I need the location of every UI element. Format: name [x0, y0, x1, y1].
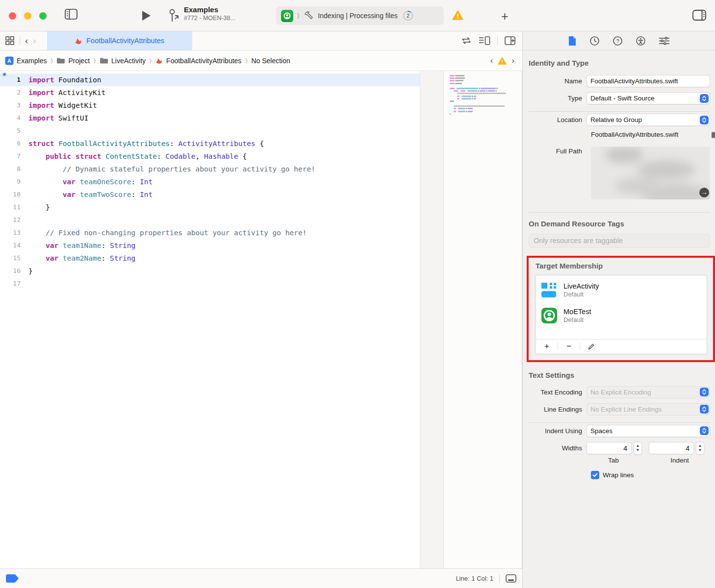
wrap-lines-checkbox[interactable]	[591, 471, 599, 479]
tab-width-field[interactable]: 4	[587, 442, 632, 454]
help-inspector-icon[interactable]: ?	[613, 36, 623, 46]
line-number[interactable]: 2	[0, 86, 28, 99]
zoom-window-button[interactable]	[39, 12, 47, 20]
goto-arrow-icon[interactable]: →	[699, 188, 709, 197]
line-number[interactable]: 4	[0, 112, 28, 124]
code-editor[interactable]: 1import Foundation2import ActivityKit3im…	[0, 71, 420, 568]
line-number[interactable]: 13	[0, 226, 28, 239]
code-line-11[interactable]: 11 }	[0, 201, 420, 214]
line-number[interactable]: 5	[0, 124, 28, 137]
code-text[interactable]: var teamOneScore: Int	[28, 175, 153, 188]
scheme-name[interactable]: Examples	[184, 5, 235, 15]
indent-width-field[interactable]: 4	[649, 442, 694, 454]
code-line-10[interactable]: 10 var teamTwoScore: Int	[0, 188, 420, 201]
back-chevron-icon[interactable]: ‹	[490, 56, 493, 66]
code-text[interactable]: var team1Name: String	[28, 239, 135, 252]
disclosure-stepper-icon[interactable]	[700, 94, 709, 103]
add-button[interactable]: +	[501, 9, 509, 24]
code-line-17[interactable]: 17	[0, 277, 420, 290]
code-line-14[interactable]: 14 var team1Name: String	[0, 239, 420, 252]
code-line-3[interactable]: 3import WidgetKit	[0, 99, 420, 112]
line-number[interactable]: 3	[0, 99, 28, 112]
sidebar-toggle-icon[interactable]	[65, 9, 77, 20]
attributes-inspector-icon[interactable]	[659, 36, 670, 46]
activity-status[interactable]: 〉 Indexing | Processing files 2	[276, 6, 444, 25]
code-text[interactable]: import Foundation	[28, 74, 101, 86]
line-number[interactable]: 11	[0, 201, 28, 214]
code-text[interactable]: var team2Name: String	[28, 252, 135, 265]
text-encoding-dropdown[interactable]: No Explicit Encoding	[587, 386, 710, 398]
editor-layout-icon[interactable]	[506, 574, 516, 583]
code-text[interactable]: import ActivityKit	[28, 86, 105, 99]
target-row-liveactivity[interactable]: LiveActivityDefault	[536, 277, 707, 303]
warning-icon[interactable]	[498, 57, 507, 65]
code-line-12[interactable]: 12	[0, 214, 420, 226]
file-inspector-icon[interactable]	[568, 36, 577, 46]
code-line-16[interactable]: 16}	[0, 265, 420, 277]
breadcrumb-item-footballactivityattributes[interactable]: FootballActivityAttributes	[155, 57, 241, 65]
edit-pencil-button[interactable]	[580, 340, 602, 354]
line-number[interactable]: 7	[0, 150, 28, 163]
code-line-5[interactable]: 5	[0, 124, 420, 137]
progress-count-badge[interactable]: 2	[403, 10, 413, 21]
code-text[interactable]: var teamTwoScore: Int	[28, 188, 153, 201]
add-editor-icon[interactable]	[505, 36, 515, 45]
disclosure-stepper-icon[interactable]	[700, 388, 709, 396]
code-line-4[interactable]: 4import SwiftUI	[0, 112, 420, 124]
forward-chevron-icon[interactable]: ›	[511, 56, 514, 66]
history-inspector-icon[interactable]	[589, 36, 600, 46]
breadcrumb-item-examples[interactable]: AExamples	[5, 56, 47, 65]
code-line-6[interactable]: 6struct FootballActivityAttributes: Acti…	[0, 137, 420, 150]
plus-button[interactable]: +	[536, 340, 558, 354]
line-number[interactable]: 8	[0, 163, 28, 175]
minimap[interactable]	[443, 71, 522, 568]
line-number[interactable]: 9	[0, 175, 28, 188]
line-number[interactable]: 14	[0, 239, 28, 252]
breadcrumb-item-no-selection[interactable]: No Selection	[251, 57, 290, 65]
code-line-9[interactable]: 9 var teamOneScore: Int	[0, 175, 420, 188]
line-number[interactable]: 17	[0, 277, 28, 290]
code-text[interactable]: // Fixed non-changing properties about y…	[28, 226, 306, 239]
disclosure-stepper-icon[interactable]	[700, 116, 709, 124]
breakpoint-toggle-icon[interactable]	[6, 574, 19, 583]
line-number[interactable]: 10	[0, 188, 28, 201]
code-line-15[interactable]: 15 var team2Name: String	[0, 252, 420, 265]
code-line-8[interactable]: 8 // Dynamic stateful properties about y…	[0, 163, 420, 175]
target-row-moetest[interactable]: MoETestDefault	[536, 303, 707, 328]
run-play-icon[interactable]	[141, 10, 152, 22]
line-number[interactable]: 16	[0, 265, 28, 277]
code-text[interactable]: // Dynamic stateful properties about you…	[28, 163, 315, 175]
scheme-info[interactable]: Examples #772 - MOEN-38...	[184, 5, 235, 22]
disclosure-stepper-icon[interactable]	[700, 426, 709, 435]
breadcrumb-item-project[interactable]: Project	[56, 57, 90, 65]
scheme-pin-icon[interactable]	[167, 8, 180, 23]
indent-using-dropdown[interactable]: Spaces	[587, 425, 710, 437]
close-window-button[interactable]	[9, 12, 16, 20]
warning-icon[interactable]	[452, 10, 463, 20]
tab-width-stepper[interactable]: ▲▼	[634, 442, 642, 455]
grid-icon[interactable]	[5, 36, 15, 46]
code-line-13[interactable]: 13 // Fixed non-changing properties abou…	[0, 226, 420, 239]
accessibility-inspector-icon[interactable]	[636, 36, 646, 46]
folder-icon[interactable]	[711, 131, 715, 139]
name-field[interactable]: FootballActivityAttributes.swift	[587, 75, 710, 87]
type-dropdown[interactable]: Default - Swift Source	[587, 92, 710, 104]
code-text[interactable]: }	[28, 265, 33, 277]
code-text[interactable]: }	[28, 201, 50, 214]
swap-editors-icon[interactable]	[461, 37, 472, 45]
code-line-7[interactable]: 7 public struct ContentState: Codable, H…	[0, 150, 420, 163]
minimap-toggle-icon[interactable]	[479, 36, 490, 45]
line-number[interactable]: 6	[0, 137, 28, 150]
code-text[interactable]: public struct ContentState: Codable, Has…	[28, 150, 247, 163]
file-location-link[interactable]: FootballActivityAttributes.swift	[591, 130, 708, 140]
indent-width-stepper[interactable]: ▲▼	[696, 442, 704, 455]
minus-button[interactable]: −	[558, 340, 580, 354]
code-line-1[interactable]: 1import Foundation	[0, 74, 420, 86]
line-number[interactable]: 12	[0, 214, 28, 226]
line-endings-dropdown[interactable]: No Explicit Line Endings	[587, 403, 710, 416]
code-line-2[interactable]: 2import ActivityKit	[0, 86, 420, 99]
disclosure-stepper-icon[interactable]	[700, 405, 709, 414]
forward-chevron-icon[interactable]: ›	[33, 35, 36, 46]
code-text[interactable]: import SwiftUI	[28, 112, 88, 124]
right-panel-toggle-icon[interactable]	[692, 10, 706, 21]
